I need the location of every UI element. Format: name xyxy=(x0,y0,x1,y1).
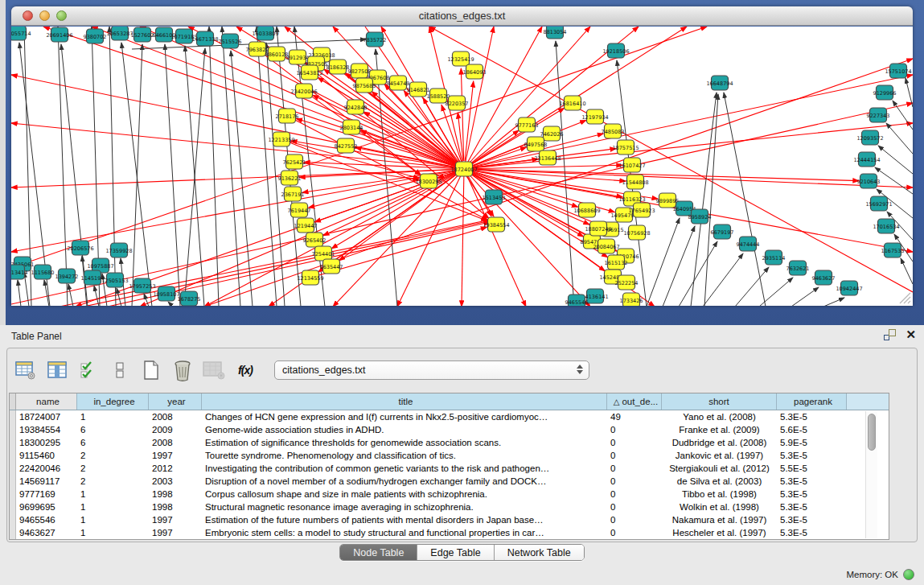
table-cell[interactable]: 5.3E-5 xyxy=(777,475,847,488)
graph-node[interactable]: 9136221 xyxy=(278,171,302,185)
table-cell[interactable]: 1 xyxy=(77,488,149,501)
column-header-short[interactable]: short xyxy=(662,393,777,410)
table-cell[interactable]: 2 xyxy=(77,462,149,475)
table-cell[interactable]: 0 xyxy=(607,436,662,449)
table-cell[interactable]: 5.3E-5 xyxy=(777,513,847,526)
graph-edge[interactable] xyxy=(132,44,142,306)
table-cell[interactable]: 6 xyxy=(77,423,149,436)
graph-edge[interactable] xyxy=(257,27,277,306)
table-cell[interactable]: 19384554 xyxy=(16,423,77,436)
graph-node[interactable]: 6679197 xyxy=(711,225,734,239)
table-cell[interactable]: 2003 xyxy=(149,475,202,488)
table-row[interactable]: 946554611997Estimation of the future num… xyxy=(10,513,889,526)
table-cell[interactable]: 14569117 xyxy=(16,475,77,488)
table-cell[interactable]: 2 xyxy=(77,475,149,488)
graph-edge[interactable] xyxy=(724,93,766,306)
tab-network-table[interactable]: Network Table xyxy=(495,545,584,560)
table-cell[interactable]: 1 xyxy=(77,410,149,423)
graph-node[interactable]: 9210643 xyxy=(857,174,881,188)
graph-node[interactable]: 6497568 xyxy=(524,137,548,151)
graph-node[interactable]: 12505153 xyxy=(101,273,128,287)
table-cell[interactable]: 18724007 xyxy=(16,410,77,423)
graph-node[interactable]: 16816410 xyxy=(559,96,585,110)
table-row[interactable]: 911546021997Tourette syndrome. Phenomeno… xyxy=(10,449,889,462)
table-cell[interactable]: 5.6E-5 xyxy=(777,423,847,436)
column-header-in_degree[interactable]: in_degree xyxy=(77,393,149,410)
graph-node[interactable]: 2367191 xyxy=(281,187,305,201)
graph-node[interactable]: 1115680 xyxy=(31,265,55,279)
table-row[interactable]: 977716911998Corpus callosum shape and si… xyxy=(10,488,889,501)
table-cell[interactable]: 5.3E-5 xyxy=(777,501,847,513)
graph-node[interactable]: 19218506 xyxy=(602,43,629,58)
table-cell[interactable]: 5.3E-5 xyxy=(777,449,847,462)
table-cell[interactable]: Corpus callosum shape and size in male p… xyxy=(202,488,607,501)
graph-edge[interactable] xyxy=(464,169,590,306)
table-cell[interactable]: Tourette syndrome. Phenomenology and cla… xyxy=(202,449,607,462)
table-cell[interactable]: Dudbridge et al. (2008) xyxy=(662,436,777,449)
table-cell[interactable]: 9463627 xyxy=(16,526,77,539)
window-titlebar[interactable]: citations_edges.txt xyxy=(11,6,913,26)
graph-edge[interactable] xyxy=(58,27,68,306)
graph-edge[interactable] xyxy=(168,302,173,306)
table-cell[interactable]: de Silva et al. (2003) xyxy=(662,475,777,488)
graph-edge[interactable] xyxy=(791,287,819,306)
table-cell[interactable]: 2008 xyxy=(149,410,202,423)
close-panel-icon[interactable]: ✕ xyxy=(906,329,916,340)
graph-node[interactable]: 8186328 xyxy=(326,60,350,74)
vertical-scrollbar[interactable] xyxy=(865,411,877,538)
column-header-pagerank[interactable]: pagerank xyxy=(777,393,847,410)
graph-node[interactable]: 10653287 xyxy=(106,27,133,40)
graph-node[interactable]: 12325419 xyxy=(447,51,474,66)
table-cell[interactable]: Changes of HCN gene expression and I(f) … xyxy=(202,410,607,423)
graph-node[interactable]: 16033809 xyxy=(252,27,278,40)
table-cell[interactable]: 0 xyxy=(607,526,662,539)
graph-node[interactable]: 1219447 xyxy=(294,218,318,233)
table-cell[interactable]: 0 xyxy=(607,423,662,436)
graph-node[interactable]: 12444154 xyxy=(853,152,880,167)
graph-edge[interactable] xyxy=(184,48,205,306)
graph-node[interactable]: 2803144 xyxy=(340,120,363,134)
table-row[interactable]: 1456911722003Disruption of a novel membe… xyxy=(10,475,889,488)
table-cell[interactable]: 1998 xyxy=(149,488,202,501)
graph-node[interactable]: 12213359 xyxy=(268,132,294,146)
table-cell[interactable]: 9699695 xyxy=(16,501,77,513)
table-cell[interactable]: 2009 xyxy=(149,423,202,436)
graph-node[interactable]: 9129966 xyxy=(873,85,897,100)
float-panel-icon[interactable] xyxy=(884,329,896,340)
table-cell[interactable]: 1998 xyxy=(149,501,202,513)
table-cell[interactable]: 0 xyxy=(607,462,662,475)
table-cell[interactable]: 1 xyxy=(77,501,149,513)
table-cell[interactable]: 9115460 xyxy=(16,449,77,462)
graph-edge[interactable] xyxy=(703,253,743,306)
table-cell[interactable]: 49 xyxy=(607,410,662,423)
graph-node[interactable]: 12197934 xyxy=(581,109,608,124)
graph-node[interactable]: 1864093 xyxy=(463,64,487,79)
graph-edge[interactable] xyxy=(465,81,474,161)
graph-node[interactable]: 9777163 xyxy=(515,117,539,132)
graph-node[interactable]: 7254401 xyxy=(312,246,335,261)
graph-edge[interactable] xyxy=(61,44,88,306)
table-cell[interactable]: 1997 xyxy=(149,513,202,526)
table-cell[interactable]: Estimation of the future numbers of pati… xyxy=(202,513,607,526)
graph-node[interactable]: 7625421 xyxy=(283,154,306,169)
table-cell[interactable]: 0 xyxy=(607,449,662,462)
scrollbar-thumb[interactable] xyxy=(868,414,876,451)
graph-edge[interactable] xyxy=(94,286,99,306)
graph-edge[interactable] xyxy=(140,169,464,306)
table-cell[interactable]: 18300295 xyxy=(16,436,77,449)
graph-node[interactable]: 10756928 xyxy=(623,225,650,240)
graph-node[interactable]: 7485083 xyxy=(602,124,625,138)
table-cell[interactable]: Disruption of a novel member of a sodium… xyxy=(202,475,607,488)
table-cell[interactable]: Nakamura et al. (1997) xyxy=(662,513,777,526)
graph-node[interactable]: 20206576 xyxy=(67,241,93,255)
graph-node[interactable]: 17359928 xyxy=(105,243,132,257)
table-cell[interactable]: 0 xyxy=(607,501,662,513)
table-row[interactable]: 1872400712008Changes of HCN gene express… xyxy=(10,410,889,423)
table-cell[interactable]: 6 xyxy=(77,436,149,449)
table-cell[interactable]: 5.9E-5 xyxy=(777,436,847,449)
column-header-name[interactable]: name xyxy=(16,393,77,410)
table-cell[interactable]: Embryonic stem cells: a model to study s… xyxy=(202,526,607,539)
graph-edge[interactable] xyxy=(647,218,680,306)
graph-edge[interactable] xyxy=(875,167,913,194)
graph-node[interactable]: 2522254 xyxy=(615,275,639,290)
